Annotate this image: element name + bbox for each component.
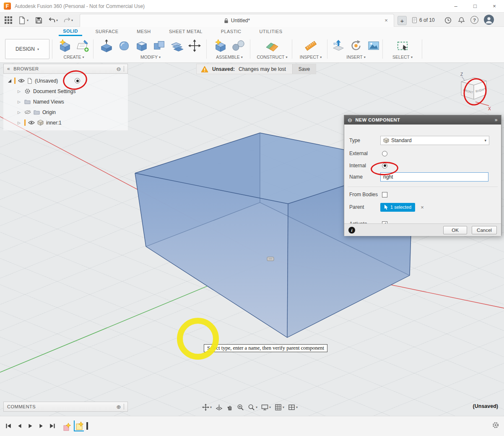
insert-svg-button[interactable]: SVG: [331, 38, 346, 53]
tab-plastic[interactable]: PLASTIC: [218, 27, 244, 36]
clock-icon[interactable]: [443, 15, 453, 25]
grid-snaps-button[interactable]: ▾: [275, 404, 284, 411]
tab-mesh[interactable]: MESH: [133, 27, 154, 36]
group-label[interactable]: CONSTRUCT: [257, 54, 285, 60]
panel-display-toggle-icon[interactable]: ⊖: [117, 66, 121, 72]
avatar[interactable]: [484, 15, 494, 25]
document-tab[interactable]: Untitled* ×: [80, 14, 394, 27]
tab-utilities[interactable]: UTILITIES: [256, 27, 286, 36]
eye-icon[interactable]: [18, 78, 25, 83]
fillet-button[interactable]: [117, 38, 132, 53]
display-settings-button[interactable]: ▾: [261, 404, 271, 411]
browser-header[interactable]: « BROWSER ⊖: [3, 64, 128, 74]
browser-row-inner-body[interactable]: ▷ inner:1: [3, 117, 128, 128]
combine-button[interactable]: [152, 38, 167, 53]
go-to-end-button[interactable]: [48, 422, 56, 430]
redo-button[interactable]: [62, 15, 72, 25]
group-label[interactable]: INSERT: [346, 54, 362, 60]
step-back-button[interactable]: [15, 422, 23, 430]
close-document-icon[interactable]: ×: [383, 17, 390, 23]
measure-button[interactable]: [303, 38, 318, 53]
undo-button[interactable]: [47, 15, 57, 25]
tree-collapsed-icon[interactable]: ▷: [18, 89, 22, 93]
joint-button[interactable]: [231, 38, 246, 53]
collapse-panel-icon[interactable]: «: [7, 66, 10, 72]
select-button[interactable]: [395, 38, 410, 53]
browser-row-origin[interactable]: ▷ Origin: [3, 107, 128, 117]
step-forward-button[interactable]: [37, 422, 45, 430]
press-pull-button[interactable]: [99, 38, 114, 53]
save-action-button[interactable]: Save: [292, 64, 316, 74]
dialog-collapse-icon[interactable]: ⊖: [348, 117, 352, 123]
timeline-position-marker[interactable]: [86, 422, 88, 430]
play-button[interactable]: [26, 422, 34, 430]
new-component-button[interactable]: [57, 38, 73, 53]
group-label[interactable]: INSPECT: [300, 54, 319, 60]
tab-surface[interactable]: SURFACE: [93, 27, 121, 36]
maximize-button[interactable]: □: [465, 0, 485, 12]
tab-solid[interactable]: SOLID: [59, 27, 82, 36]
file-menu-button[interactable]: [17, 15, 27, 25]
group-label[interactable]: CREATE: [64, 54, 81, 60]
from-bodies-checkbox[interactable]: [382, 192, 387, 197]
app-grid-icon[interactable]: [3, 15, 13, 25]
clear-selection-icon[interactable]: ×: [419, 204, 425, 210]
viewcube-x-label: X: [488, 106, 491, 111]
ribbon-tab-bar: SOLID SURFACE MESH SHEET METAL PLASTIC U…: [0, 27, 504, 36]
tab-sheet-metal[interactable]: SHEET METAL: [167, 27, 205, 36]
tree-collapsed-icon[interactable]: ▷: [18, 121, 22, 125]
go-to-start-button[interactable]: [4, 422, 13, 430]
chevron-down-icon[interactable]: ▾: [71, 18, 73, 22]
look-at-button[interactable]: [216, 404, 223, 411]
create-sketch-button[interactable]: [75, 38, 90, 53]
canvas-button[interactable]: [366, 38, 381, 53]
cancel-button[interactable]: Cancel: [472, 226, 497, 234]
chevron-down-icon[interactable]: ▾: [56, 18, 58, 22]
viewport-3d[interactable]: « BROWSER ⊖ (Unsaved) ▷ Document Setting…: [0, 63, 504, 416]
timeline-marker-component[interactable]: [62, 420, 72, 431]
browser-row-named-views[interactable]: ▷ Named Views: [3, 96, 128, 107]
group-label[interactable]: ASSEMBLE: [216, 54, 240, 60]
eye-off-icon[interactable]: [24, 110, 31, 114]
chevron-down-icon[interactable]: ▾: [27, 18, 29, 22]
dialog-header[interactable]: ⊖ NEW COMPONENT »: [344, 115, 501, 125]
timeline-marker-new-component[interactable]: [74, 420, 84, 431]
new-tab-button[interactable]: +: [397, 16, 407, 25]
tree-collapsed-icon[interactable]: ▷: [18, 100, 22, 104]
design-dropdown[interactable]: DESIGN ▾: [5, 39, 49, 59]
zoom-window-button[interactable]: ▾: [248, 404, 257, 411]
eye-icon[interactable]: [28, 120, 35, 125]
group-label[interactable]: SELECT: [392, 54, 410, 60]
derive-button[interactable]: [348, 38, 364, 53]
save-button[interactable]: [34, 15, 44, 25]
dialog-dock-icon[interactable]: »: [495, 117, 498, 123]
parent-selection-chip[interactable]: 1 selected: [380, 203, 415, 212]
move-button[interactable]: [187, 38, 202, 53]
close-button[interactable]: ×: [485, 0, 504, 12]
external-radio[interactable]: [382, 151, 387, 156]
name-input[interactable]: [380, 172, 488, 182]
timeline-settings-gear-icon[interactable]: [491, 421, 500, 429]
construct-plane-button[interactable]: [265, 38, 280, 53]
info-icon[interactable]: i: [348, 227, 355, 234]
pattern-button[interactable]: [169, 38, 184, 53]
expand-arrow-icon[interactable]: [8, 79, 12, 83]
viewports-button[interactable]: ▾: [288, 404, 298, 411]
group-label[interactable]: MODIFY: [140, 54, 158, 60]
help-icon[interactable]: ?: [470, 16, 478, 24]
job-status[interactable]: 6 of 10: [412, 16, 435, 24]
type-select[interactable]: Standard ▾: [380, 136, 489, 145]
orbit-button[interactable]: ▾: [202, 404, 212, 411]
tree-collapsed-icon[interactable]: ▷: [18, 110, 22, 114]
browser-row-document-settings[interactable]: ▷ Document Settings: [3, 86, 128, 96]
ok-button[interactable]: OK: [443, 226, 467, 234]
pan-button[interactable]: [226, 404, 233, 411]
assemble-new-component-button[interactable]: [213, 38, 228, 53]
zoom-button[interactable]: [237, 404, 244, 411]
comments-header[interactable]: COMMENTS ⊕: [3, 402, 128, 412]
minimize-button[interactable]: –: [446, 0, 465, 12]
add-comment-icon[interactable]: ⊕: [117, 404, 121, 410]
shell-button[interactable]: [134, 38, 149, 53]
chevron-down-icon: ▾: [210, 405, 212, 409]
notifications-bell-icon[interactable]: [456, 15, 466, 25]
